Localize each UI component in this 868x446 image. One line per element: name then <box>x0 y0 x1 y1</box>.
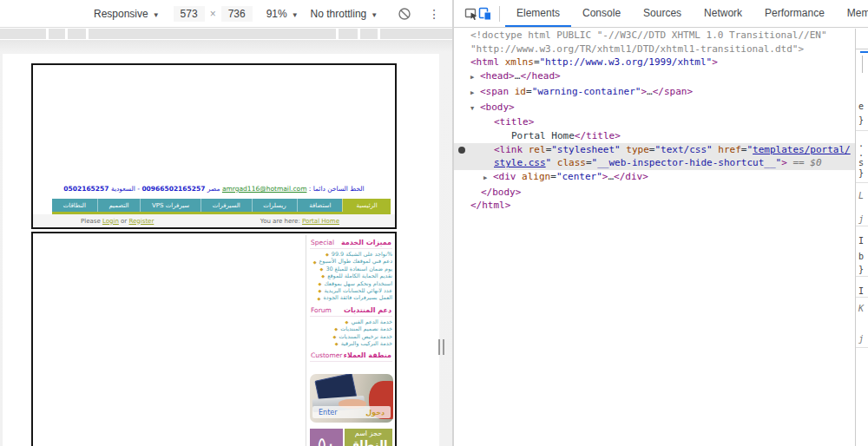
devtools-tab-performance[interactable]: Performance <box>753 0 836 27</box>
list-item-label: العمل بسيرفرات فائقة الجودة <box>323 294 392 301</box>
list-item-label: دعم فني لموقعك طوال الأسبوع <box>319 258 392 265</box>
device-toolbar-icon[interactable] <box>478 4 492 23</box>
styles-text-fragment: } <box>858 115 864 126</box>
sidebar-section-header: Forumدعم المنتديات <box>310 305 392 317</box>
styles-section-separator <box>856 276 868 277</box>
code-line[interactable]: ▼<body> <box>454 101 855 116</box>
section-title-ar: دعم المنتديات <box>344 306 391 314</box>
nav-item-3[interactable]: السيرفرات <box>201 199 252 212</box>
enter-link[interactable]: Enter <box>319 409 337 416</box>
list-item[interactable]: ◆عدد لانهائي للحسابات البريدية <box>310 287 392 294</box>
hotline-country1: مصر <box>207 185 220 193</box>
breadcrumb-label: You are here: <box>260 218 300 225</box>
viewport-height-input[interactable] <box>221 6 253 22</box>
media-query-bar[interactable] <box>0 28 452 40</box>
styles-pane-sliver: e}..s}LjIb}IKj <box>855 29 868 446</box>
expand-arrow-open-icon[interactable]: ▼ <box>470 102 480 116</box>
device-type-select[interactable]: Responsive▼ <box>94 8 160 20</box>
login-link[interactable]: Login <box>102 218 119 225</box>
sidebar-section-header: Specialمميزات الخدمة <box>310 237 392 249</box>
dom-breakpoint-dot[interactable] <box>458 147 465 154</box>
list-item[interactable]: ◆خدمة ترخيص المنتديات <box>310 333 392 340</box>
expand-arrow-icon[interactable]: ▶ <box>470 87 480 101</box>
please-label: Please <box>81 218 101 225</box>
media-query-segment[interactable] <box>68 29 86 39</box>
code-line[interactable]: style.css" class="__web-inspector-hide-s… <box>454 156 855 170</box>
devtools-tab-network[interactable]: Network <box>693 0 753 27</box>
domain-banner[interactable]: ٥٠ حجز اسم النطاق <box>310 429 392 446</box>
media-query-segment[interactable] <box>0 29 46 39</box>
media-query-segment[interactable] <box>380 29 452 39</box>
list-item[interactable]: ◆دعم فني لموقعك طوال الأسبوع <box>310 258 392 265</box>
code-line[interactable]: <link rel="stylesheet" type="text/css" h… <box>454 143 855 157</box>
list-item[interactable]: ◆تقديم الحماية الكاملة للموقع <box>310 272 392 279</box>
styles-section-separator <box>856 347 868 348</box>
media-query-segment[interactable] <box>339 29 358 39</box>
nav-item-0[interactable]: الرئيسية <box>342 199 391 212</box>
code-line[interactable]: ▶<div align="center">…</div> <box>454 170 855 186</box>
throttling-select[interactable]: No throttling▼ <box>311 8 378 20</box>
list-item[interactable]: ◆خدمة الدعم الفني <box>310 318 392 325</box>
styles-text-fragment: s <box>858 158 864 168</box>
zoom-label: 91% <box>266 8 287 20</box>
throttling-label: No throttling <box>311 8 367 20</box>
bullet-icon: ◆ <box>321 272 325 279</box>
devtools-tab-elements[interactable]: Elements <box>505 0 571 27</box>
register-link[interactable]: Register <box>128 218 154 225</box>
nav-item-6[interactable]: النطاقات <box>52 199 97 212</box>
device-toolbar: Responsive▼ × 91%▼ No throttling▼ ⋮ <box>0 0 452 28</box>
main-navbar: الرئيسيةاستضافةريسلراتالسيرفراتسيرفرات V… <box>52 199 391 214</box>
breadcrumb-home-link[interactable]: Portal Home <box>302 218 339 225</box>
viewport-width-input[interactable] <box>174 6 205 22</box>
nav-item-2[interactable]: ريسلرات <box>252 199 298 212</box>
inspect-icon[interactable] <box>464 4 478 23</box>
code-line[interactable]: </body> <box>454 186 855 200</box>
list-item[interactable]: ◆30 يوم ضمان استعادة للمبلغ <box>310 266 392 272</box>
list-item[interactable]: ◆استخدام وتحكم سهل بموقعك <box>310 280 392 287</box>
hotline-email-link[interactable]: amrgad116@hotmail.com <box>222 185 307 193</box>
media-query-segment[interactable] <box>360 29 378 39</box>
code-line[interactable]: </html> <box>454 199 855 213</box>
bullet-icon: ◆ <box>319 287 322 294</box>
devtools-tab-memory[interactable]: Memory <box>836 0 868 27</box>
elements-tree[interactable]: <!doctype html PUBLIC "-//W3C//DTD XHTML… <box>454 29 855 446</box>
zoom-select[interactable]: 91%▼ <box>266 8 299 20</box>
devtools-toolbar: ElementsConsoleSourcesNetworkPerformance… <box>454 0 868 28</box>
block-icon[interactable] <box>395 4 414 23</box>
device-type-label: Responsive <box>94 8 148 20</box>
code-line[interactable]: "http://www.w3.org/TR/xhtml1/DTD/xhtml1-… <box>454 43 855 56</box>
page-sidebar: Specialمميزات الخدمة◆تواجد على الشبكة 99… <box>306 235 395 446</box>
hotline-prefix: الخط الساخن دائما : <box>309 185 365 193</box>
list-item[interactable]: ◆خدمة التركيب والترقية <box>310 340 392 347</box>
promo-enter-bar: Enter دخول <box>312 406 391 418</box>
section-title-ar: منطقة العملاء <box>344 351 391 359</box>
nav-item-5[interactable]: التصميم <box>97 199 141 212</box>
styles-text-fragment: j <box>858 334 864 344</box>
viewport-resize-handle[interactable] <box>438 339 444 355</box>
page-header-box: الخط الساخن دائما : amrgad116@hotmail.co… <box>31 63 397 229</box>
section-title-en: Special <box>311 239 334 246</box>
code-line[interactable]: ▶<span id="warning-container">…</span> <box>454 85 855 101</box>
expand-arrow-icon[interactable]: ▶ <box>470 71 480 85</box>
code-line[interactable]: <html xmlns="http://www.w3.org/1999/xhtm… <box>454 56 855 69</box>
code-line[interactable]: Portal Home</title> <box>454 129 855 143</box>
client-area-promo-image[interactable]: Enter دخول <box>310 374 393 423</box>
code-line[interactable]: <!doctype html PUBLIC "-//W3C//DTD XHTML… <box>454 29 855 43</box>
menu-dots-icon[interactable]: ⋮ <box>428 7 440 21</box>
devtools-tab-sources[interactable]: Sources <box>632 0 693 27</box>
devtools-tab-console[interactable]: Console <box>571 0 632 27</box>
list-item[interactable]: ◆العمل بسيرفرات فائقة الجودة <box>310 294 392 301</box>
bullet-icon: ◆ <box>319 280 322 287</box>
chevron-down-icon: ▼ <box>153 11 160 19</box>
code-line[interactable]: ▶<head>…</head> <box>454 69 855 85</box>
code-line[interactable]: <title> <box>454 115 855 129</box>
nav-item-4[interactable]: سيرفرات VPS <box>140 199 201 212</box>
enter-link-arabic[interactable]: دخول <box>365 409 385 416</box>
list-item[interactable]: ◆خدمة تصميم المنتديات <box>310 325 392 332</box>
styles-text-fragment: I <box>858 286 864 297</box>
expand-arrow-icon[interactable]: ▶ <box>483 172 493 186</box>
nav-item-1[interactable]: استضافة <box>297 199 342 212</box>
hotline-number1: 00966502165257 <box>141 185 205 193</box>
media-query-segment[interactable] <box>89 29 336 39</box>
media-query-segment[interactable] <box>49 29 65 39</box>
